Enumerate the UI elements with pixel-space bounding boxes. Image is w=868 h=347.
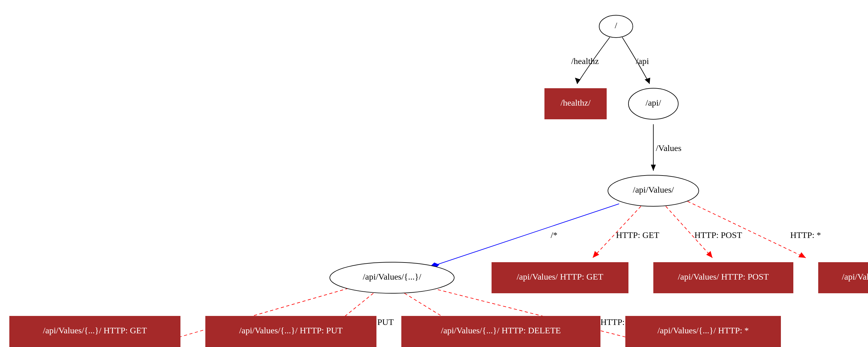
node-api-values-param-put-label: /api/Values/{...}/ HTTP: PUT [239, 325, 343, 335]
node-api-values-param-put: /api/Values/{...}/ HTTP: PUT [205, 316, 376, 347]
node-api-values-param-delete: /api/Values/{...}/ HTTP: DELETE [401, 316, 600, 347]
node-api-values-param-star: /api/Values/{...}/ HTTP: * [625, 316, 781, 347]
node-api-values-param-get: /api/Values/{...}/ HTTP: GET [9, 316, 181, 347]
node-api-values-param-get-label: /api/Values/{...}/ HTTP: GET [43, 325, 147, 335]
node-api-values-param-delete-label: /api/Values/{...}/ HTTP: DELETE [441, 325, 561, 335]
node-api-values-param-star-label: /api/Values/{...}/ HTTP: * [657, 325, 749, 335]
